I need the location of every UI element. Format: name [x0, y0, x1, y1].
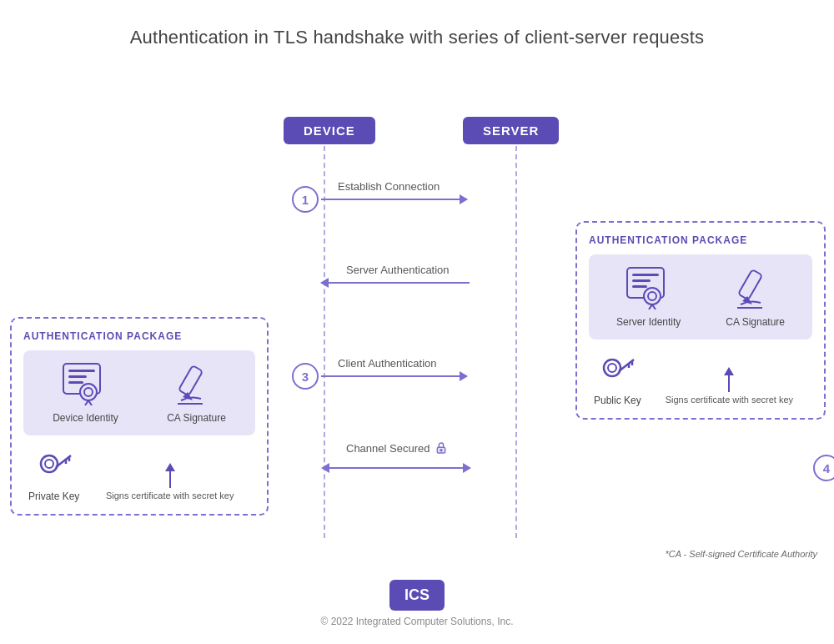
svg-point-24 — [644, 288, 661, 304]
svg-marker-37 — [724, 367, 734, 375]
diagram-area: DEVICE SERVER 1 Establish Connection Ser… — [0, 75, 834, 609]
up-arrow-left — [160, 463, 180, 490]
svg-point-13 — [41, 455, 58, 472]
step3-circle: 3 — [292, 363, 319, 390]
step4-label: Channel Secured — [346, 441, 448, 455]
cert-icon — [60, 362, 110, 405]
public-key-row: Public Key Signs certificate with secret… — [589, 351, 812, 406]
step3-arrow — [321, 375, 467, 377]
private-key-icon — [36, 447, 73, 484]
pencil-icon-right — [734, 266, 777, 309]
svg-point-32 — [608, 364, 616, 372]
up-arrow-right — [719, 367, 739, 394]
svg-rect-5 — [68, 381, 83, 384]
svg-point-6 — [80, 384, 97, 400]
lock-icon — [435, 441, 448, 455]
footer-copyright: © 2022 Integrated Computer Solutions, In… — [0, 616, 834, 627]
step2-row: Server Authentication 2 — [321, 282, 486, 284]
left-auth-package-title: AUTHENTICATION PACKAGE — [23, 330, 255, 342]
ca-note: *CA - Self-signed Certificate Authority — [665, 549, 817, 559]
svg-line-27 — [652, 304, 656, 309]
right-auth-package-title: AUTHENTICATION PACKAGE — [589, 234, 812, 246]
svg-rect-3 — [68, 370, 95, 372]
left-ca-signature-item: CA Signature — [167, 362, 226, 424]
step1-circle: 1 — [292, 186, 319, 213]
svg-rect-4 — [68, 375, 87, 378]
device-identity-item: Device Identity — [53, 362, 118, 424]
right-auth-package: AUTHENTICATION PACKAGE Server Identity — [575, 221, 826, 420]
sign-cert-col: Signs certificate with secret key — [89, 463, 250, 502]
sign-cert-label-right: Signs certificate with secret key — [666, 394, 793, 406]
server-identity-item: Server Identity — [616, 266, 681, 328]
pencil-icon — [174, 362, 218, 405]
svg-marker-19 — [165, 463, 175, 471]
device-column-label: DEVICE — [284, 117, 375, 144]
step2-label: Server Authentication — [346, 264, 450, 276]
step1-arrow — [321, 199, 467, 200]
step2-arrow — [321, 282, 470, 284]
private-key-item: Private Key — [28, 447, 79, 502]
svg-rect-21 — [632, 274, 659, 276]
device-timeline — [324, 146, 325, 538]
step3-label: Client Authentication — [338, 357, 437, 370]
svg-rect-23 — [632, 285, 647, 288]
left-auth-package: AUTHENTICATION PACKAGE Device Identity — [10, 317, 269, 516]
svg-point-1 — [440, 450, 442, 451]
public-key-item: Public Key — [594, 351, 641, 406]
private-key-row: Private Key Signs certificate with secre… — [23, 447, 255, 502]
private-key-label: Private Key — [28, 491, 79, 502]
step4-row: Channel Secured 4 — [321, 463, 480, 473]
step1-label: Establish Connection — [338, 180, 440, 193]
device-identity-label: Device Identity — [53, 412, 118, 424]
public-key-label: Public Key — [594, 395, 641, 406]
server-identity-label: Server Identity — [616, 316, 681, 328]
left-package-inner: Device Identity CA Signature — [23, 350, 255, 435]
footer: ICS © 2022 Integrated Computer Solutions… — [0, 580, 834, 627]
server-timeline — [515, 146, 517, 538]
step3-row: 3 Client Authentication — [292, 375, 467, 377]
left-ca-signature-label: CA Signature — [167, 412, 226, 424]
public-key-icon — [599, 351, 636, 388]
svg-rect-22 — [632, 279, 651, 282]
svg-line-9 — [88, 400, 92, 405]
step4-circle: 4 — [813, 455, 834, 481]
svg-rect-28 — [738, 269, 762, 299]
svg-point-14 — [45, 460, 53, 468]
right-ca-signature-item: CA Signature — [726, 266, 785, 328]
cert-icon-right — [624, 266, 674, 309]
ics-badge: ICS — [389, 580, 445, 611]
right-ca-signature-label: CA Signature — [726, 316, 785, 328]
svg-rect-10 — [178, 365, 203, 395]
page-title: Authentication in TLS handshake with ser… — [0, 0, 834, 48]
right-package-inner: Server Identity CA Signature — [589, 254, 812, 340]
server-column-label: SERVER — [463, 117, 559, 144]
svg-point-31 — [604, 360, 620, 376]
sign-cert-col-right: Signs certificate with secret key — [651, 367, 807, 406]
step1-row: 1 Establish Connection — [292, 199, 467, 200]
sign-cert-label-left: Signs certificate with secret key — [106, 490, 234, 502]
